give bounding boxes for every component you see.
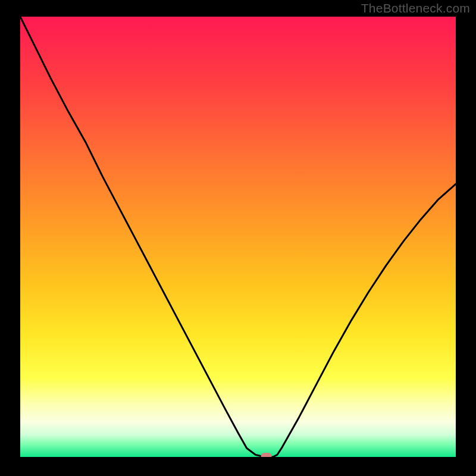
optimal-marker [261,453,272,457]
plot-area [20,17,456,457]
watermark-text: TheBottleneck.com [361,1,470,15]
gradient-background [20,17,456,457]
chart-frame: TheBottleneck.com [0,0,476,476]
bottleneck-chart [20,17,456,457]
